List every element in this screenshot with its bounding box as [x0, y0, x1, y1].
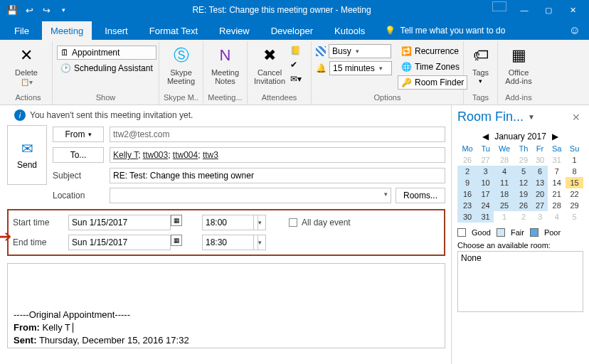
start-time-field[interactable]: 18:00 — [202, 215, 258, 230]
legend: Good Fair Poor — [452, 224, 589, 241]
save-icon[interactable]: 💾 — [4, 2, 20, 18]
tab-meeting[interactable]: Meeting — [42, 21, 92, 40]
swatch-fair — [497, 228, 505, 237]
lightbulb-icon: 💡 — [385, 26, 396, 36]
tab-kutools[interactable]: Kutools — [326, 21, 373, 40]
showas-icon — [316, 46, 326, 56]
group-actions: Actions — [9, 93, 48, 105]
maximize-button[interactable]: ▢ — [536, 1, 561, 18]
rooms-button[interactable]: Rooms... — [396, 188, 445, 203]
subject-field[interactable]: RE: Test: Change this meeting owner — [110, 168, 445, 183]
scheduling-icon: 🕑 — [60, 63, 71, 73]
send-button[interactable]: ✉ Send — [7, 125, 47, 185]
swatch-good — [457, 228, 466, 237]
swatch-poor — [530, 228, 538, 237]
end-date-field[interactable]: Sun 1/15/2017 — [68, 235, 171, 250]
undo-icon[interactable]: ↩ — [21, 2, 37, 18]
meeting-notes-button[interactable]: N Meeting Notes — [208, 43, 243, 85]
dropdown-icon[interactable]: ▾ — [253, 215, 266, 230]
room-icon: 🔑 — [401, 77, 412, 87]
room-finder-pane: Room Fin... ▼ ✕ ◀ January 2017 ▶ MoTuWeT… — [451, 105, 589, 364]
skype-meeting-button[interactable]: Ⓢ Skype Meeting — [164, 43, 198, 85]
datetime-box: Start time Sun 1/15/2017▦ 18:00▾ All day… — [7, 209, 445, 256]
titlebar: 💾 ↩ ↪ ▾ RE: Test: Change this meeting ow… — [0, 0, 589, 20]
calendar-icon: 🗓 — [60, 48, 69, 58]
tags-button[interactable]: 🏷 Tags ▾ — [468, 43, 493, 85]
info-icon: i — [14, 109, 26, 121]
mini-calendar[interactable]: MoTuWeThFrSaSu 2627282930311 2345678 910… — [457, 143, 583, 223]
to-field[interactable]: Kelly T; ttw003; ttw004; ttw3 — [110, 147, 445, 163]
room-finder-button[interactable]: 🔑Room Finder — [398, 75, 467, 90]
show-as-combo[interactable]: Busy▾ — [329, 44, 391, 58]
dropdown-icon[interactable]: ▾ — [253, 235, 266, 250]
chevron-down-icon[interactable]: ▼ — [528, 113, 535, 121]
room-list[interactable]: None — [457, 251, 583, 312]
tab-file[interactable]: File — [6, 21, 38, 40]
start-date-field[interactable]: Sun 1/15/2017 — [68, 215, 171, 230]
calendar-picker-icon[interactable]: ▦ — [171, 235, 182, 246]
redo-icon[interactable]: ↪ — [38, 2, 54, 18]
time-zones-button[interactable]: 🌐Time Zones — [398, 60, 467, 74]
feedback-icon[interactable]: ☺ — [569, 24, 580, 37]
prev-month-button[interactable]: ◀ — [482, 132, 489, 141]
end-time-field[interactable]: 18:30 — [202, 235, 258, 250]
ribbon: ✕ Delete 📋▾ Actions 🗓Appointment 🕑Schedu… — [0, 40, 589, 105]
recurrence-icon: 🔁 — [401, 46, 412, 56]
tab-developer[interactable]: Developer — [262, 21, 322, 40]
end-label: End time — [13, 237, 64, 247]
reminder-combo[interactable]: 15 minutes▾ — [329, 61, 392, 75]
tab-insert[interactable]: Insert — [96, 21, 137, 40]
tags-icon: 🏷 — [469, 44, 492, 67]
minimize-button[interactable]: — — [512, 1, 536, 18]
response-options-icon[interactable]: ✉▾ — [290, 74, 302, 84]
ribbon-tabbar: File Meeting Insert Format Text Review D… — [0, 20, 589, 40]
recurrence-button[interactable]: 🔁Recurrence — [398, 44, 467, 58]
pane-title: Room Fin... — [457, 109, 524, 124]
start-label: Start time — [13, 218, 64, 228]
month-label: January 2017 — [494, 132, 546, 141]
delete-button[interactable]: ✕ Delete 📋▾ — [9, 43, 44, 86]
tell-me[interactable]: 💡Tell me what you want to do — [378, 21, 512, 40]
callout-arrow-icon: ➔ — [0, 228, 11, 246]
window-title: RE: Test: Change this meeting owner - Me… — [71, 5, 492, 15]
check-names-icon[interactable]: ✔ — [290, 60, 302, 70]
scheduling-assistant-button[interactable]: 🕑Scheduling Assistant — [57, 61, 156, 75]
from-field[interactable]: ttw2@test.com — [110, 127, 445, 142]
group-show: Show — [57, 93, 154, 105]
send-icon: ✉ — [21, 140, 33, 157]
globe-icon: 🌐 — [401, 62, 412, 72]
location-label: Location — [53, 191, 104, 200]
location-field[interactable]: ▾ — [110, 188, 391, 203]
appointment-button[interactable]: 🗓Appointment — [57, 46, 156, 60]
tab-format-text[interactable]: Format Text — [141, 21, 206, 40]
info-bar: i You haven't sent this meeting invitati… — [7, 105, 445, 125]
tab-review[interactable]: Review — [211, 21, 258, 40]
subject-label: Subject — [53, 171, 104, 181]
delete-icon: ✕ — [15, 44, 38, 67]
qat-more-icon[interactable]: ▾ — [55, 2, 71, 18]
from-button[interactable]: From▾ — [53, 127, 104, 142]
cancel-invitation-button[interactable]: ✖ Cancel Invitation — [252, 43, 287, 85]
allday-checkbox[interactable] — [289, 218, 297, 227]
body-editor[interactable]: -----Original Appointment----- From: Kel… — [7, 263, 445, 348]
next-month-button[interactable]: ▶ — [552, 132, 558, 141]
address-book-icon[interactable]: 📒 — [290, 46, 302, 55]
calendar-picker-icon[interactable]: ▦ — [171, 215, 182, 226]
choose-room-label: Choose an available room: — [452, 241, 589, 250]
onenote-icon: N — [214, 44, 237, 67]
to-button[interactable]: To... — [53, 147, 104, 163]
addins-icon: ▦ — [507, 44, 530, 67]
pane-close-button[interactable]: ✕ — [569, 112, 583, 123]
reminder-icon: 🔔 — [316, 63, 327, 73]
close-button[interactable]: ✕ — [561, 1, 585, 18]
cancel-icon: ✖ — [258, 44, 281, 67]
skype-icon: Ⓢ — [170, 44, 193, 67]
office-addins-button[interactable]: ▦ Office Add-ins — [502, 43, 535, 85]
ribbon-display-icon[interactable] — [492, 1, 506, 11]
